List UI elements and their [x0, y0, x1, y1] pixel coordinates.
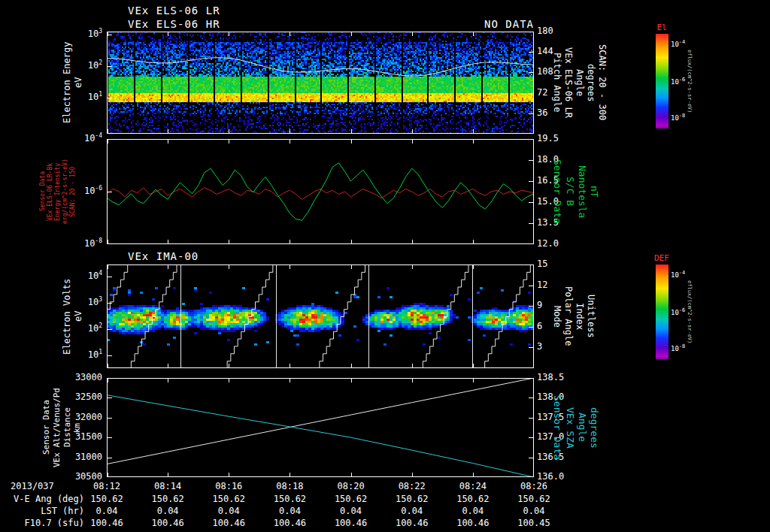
- colorbar1-tick: 10-6: [671, 77, 685, 86]
- table-cell: 0.04: [141, 506, 194, 516]
- panel1-left-axis-title: Electron EnergyeV: [62, 32, 84, 134]
- panel1-right-axis-title: Pitch AngleVEx ELS-06 LRAngledegreesSCAN…: [551, 32, 608, 134]
- table-row-label-ve-ang: V-E Ang (deg): [0, 494, 84, 504]
- vex-quicklook-plot: VEx ELS-06 LR VEx ELS-06 HR NO DATA VEx …: [0, 0, 770, 532]
- time-axis-tick: 08:12: [84, 481, 129, 491]
- colorbar1-units: eflux/(cm^2-s-sr-eV): [687, 34, 693, 128]
- table-cell: 100.46: [202, 518, 255, 528]
- table-cell: 150.62: [325, 494, 377, 504]
- table-cell: 150.62: [386, 494, 438, 504]
- table-cell: 150.62: [447, 494, 499, 504]
- table-cell: 0.04: [508, 506, 560, 516]
- colorbar2-tick: 10-8: [671, 343, 685, 352]
- table-cell: 100.45: [508, 518, 560, 528]
- colorbar1-title: El: [645, 23, 678, 32]
- colorbar1-tick: 10-4: [671, 39, 685, 48]
- no-data-label: NO DATA: [376, 18, 534, 30]
- time-axis-tick: 08:14: [145, 481, 190, 491]
- panel4-left-axis-title: Sensor DataVEx Alt/Venus/PdDistancekm: [41, 378, 83, 477]
- colorbar1-tick: 10-8: [671, 113, 685, 122]
- table-cell: 150.62: [508, 494, 560, 504]
- colorbar1: [656, 34, 668, 128]
- colorbar2-tick: 10-6: [671, 307, 685, 316]
- time-axis-tick: 08:20: [329, 481, 374, 491]
- table-cell: 0.04: [325, 506, 377, 516]
- panel3-left-tick: 103: [0, 297, 102, 307]
- colorbar2-tick: 10-4: [671, 270, 685, 279]
- panel3-left-tick: 104: [0, 271, 102, 281]
- panel1-left-tick: 103: [0, 29, 102, 39]
- table-row-label-f107: F10.7 (sfu): [0, 518, 84, 528]
- time-axis-tick: 08:18: [267, 481, 312, 491]
- table-cell: 150.62: [202, 494, 255, 504]
- time-axis-tick: 08:24: [450, 481, 496, 491]
- panel1-left-tick: 102: [0, 60, 102, 71]
- table-cell: 150.62: [263, 494, 316, 504]
- panel4-line-plot-canvas: [107, 378, 534, 477]
- panel3-right-axis-title: ModePolar AngleIndexUnitless: [551, 264, 596, 368]
- colorbar2-units: eflux/(cm^2-s-sr-eV): [687, 264, 693, 359]
- table-cell: 100.46: [447, 518, 499, 528]
- table-cell: 100.46: [386, 518, 438, 528]
- time-axis-tick: 08:16: [206, 481, 251, 491]
- panel1-left-tick: 101: [0, 92, 102, 102]
- panel1-title-line1: VEx ELS-06 LR: [128, 5, 220, 17]
- panel2-line-plot-canvas: [107, 139, 534, 244]
- table-cell: 100.46: [80, 518, 133, 528]
- colorbar2: [656, 264, 668, 359]
- panel3-title: VEx IMA-00: [128, 250, 199, 262]
- table-cell: 100.46: [141, 518, 194, 528]
- panel1-title-line2: VEx ELS-06 HR: [128, 18, 220, 30]
- colorbar2-title: DEF: [645, 253, 678, 263]
- panel3-left-tick: 102: [0, 323, 102, 334]
- table-cell: 0.04: [202, 506, 255, 516]
- table-cell: 0.04: [80, 506, 133, 516]
- table-cell: 100.46: [325, 518, 377, 528]
- table-cell: 100.46: [263, 518, 316, 528]
- panel3-left-axis-title: Electron VoltseV: [62, 264, 84, 368]
- table-cell: 0.04: [263, 506, 316, 516]
- table-cell: 0.04: [447, 506, 499, 516]
- panel3-left-tick: 101: [0, 349, 102, 360]
- date-label: 2013/037: [11, 481, 54, 491]
- panel2-right-axis-title: Sensor DataS/C BNanoteslanT: [551, 139, 600, 244]
- panel1-spectrogram-canvas: [107, 32, 534, 134]
- table-cell: 0.04: [386, 506, 438, 516]
- time-axis-tick: 08:26: [511, 481, 556, 491]
- table-cell: 150.62: [141, 494, 194, 504]
- table-cell: 150.62: [80, 494, 133, 504]
- table-row-label-lst: LST (hr): [0, 506, 84, 516]
- panel4-right-axis-title: Sensor DataVEx SZAAngledegrees: [551, 378, 600, 477]
- panel2-left-axis-title: Sensor DataVEx ELS-06 LR-BkEnergy Intens…: [39, 139, 77, 244]
- time-axis-tick: 08:22: [390, 481, 435, 491]
- panel3-spectrogram-canvas: [107, 264, 534, 368]
